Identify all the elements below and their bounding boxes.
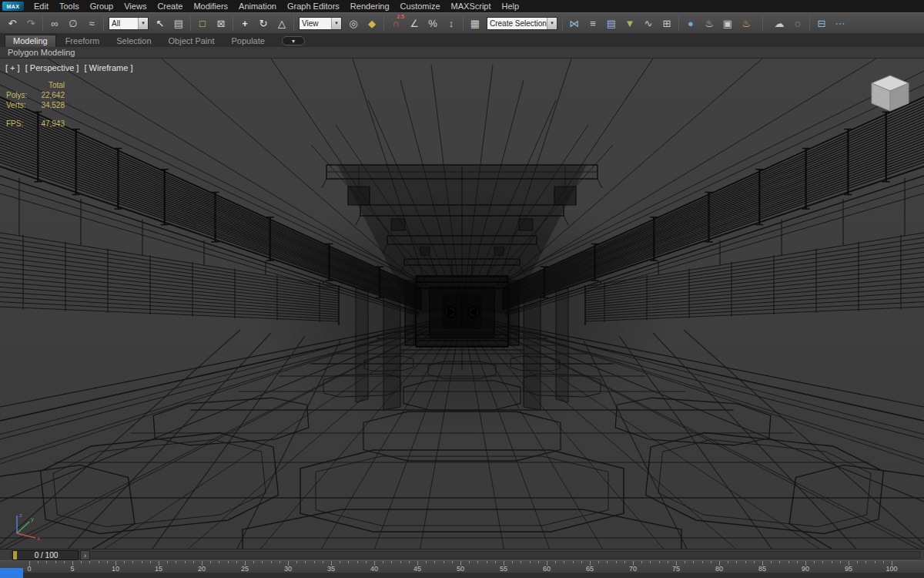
trackbar-tick <box>305 561 306 563</box>
scene-explorer-button[interactable]: ⊟ <box>813 15 830 32</box>
trackbar-tick <box>219 561 219 563</box>
bind-space-warp-button[interactable]: ≈ <box>83 15 100 32</box>
trackbar-frame-number: 5 <box>70 565 74 573</box>
menu-animation[interactable]: Animation <box>233 0 282 12</box>
trackbar-tick <box>487 561 487 563</box>
schematic-view-button[interactable]: ⊞ <box>658 15 675 32</box>
angle-snap-button[interactable]: ∠ <box>406 15 423 32</box>
menu-maxscript[interactable]: MAXScript <box>446 0 497 12</box>
layer-manager-button[interactable]: ▤ <box>603 15 620 32</box>
combo-dropdown-arrow-icon[interactable]: ▾ <box>547 18 557 29</box>
reference-coordinate-combo[interactable]: View▾ <box>299 17 342 30</box>
trackbar-tick <box>814 561 815 563</box>
graphite-ribbon-button[interactable]: ▼ <box>621 15 638 32</box>
viewport[interactable]: [ + ] [ Perspective ] [ Wireframe ] Tota… <box>0 59 924 549</box>
trackbar-tick <box>607 561 608 563</box>
menu-help[interactable]: Help <box>497 0 525 12</box>
trackbar-tick <box>64 561 65 563</box>
use-pivot-center-button[interactable]: ◎ <box>345 15 362 32</box>
render-cloud-button[interactable]: ☁ <box>771 15 788 32</box>
trackbar-tick <box>176 561 176 563</box>
polygon-modeling-panel[interactable]: Polygon Modeling <box>8 48 75 57</box>
time-slider-handle[interactable]: 0 / 100 <box>12 550 79 560</box>
max-app-button[interactable]: MAX <box>2 2 24 11</box>
menu-group[interactable]: Group <box>85 0 119 12</box>
menu-tools[interactable]: Tools <box>54 0 85 12</box>
menu-edit[interactable]: Edit <box>28 0 54 12</box>
trackbar-tick <box>573 561 574 563</box>
align-button[interactable]: ≡ <box>584 15 601 32</box>
material-editor-button[interactable]: ● <box>682 15 699 32</box>
reference-coordinate-combo-value[interactable]: View <box>300 19 331 28</box>
selection-filter-combo-value[interactable]: All <box>109 19 138 28</box>
mirror-icon: ⋈ <box>570 18 580 29</box>
rendered-frame-button[interactable]: ▣ <box>719 15 736 32</box>
stats-verts-label: Verts: <box>6 100 34 110</box>
toolbar-separator <box>383 15 384 31</box>
menu-rendering[interactable]: Rendering <box>345 0 395 12</box>
select-rotate-button[interactable]: ↻ <box>255 15 272 32</box>
edit-named-sets-icon: ▦ <box>470 18 480 29</box>
redo-icon: ↷ <box>27 18 35 29</box>
menu-graph-editors[interactable]: Graph Editors <box>282 0 345 12</box>
select-scale-button[interactable]: △ <box>273 15 290 32</box>
ribbon-tab-modeling[interactable]: Modeling <box>5 35 56 47</box>
combo-dropdown-arrow-icon[interactable]: ▾ <box>331 18 341 29</box>
render-production-button[interactable]: ♨ <box>738 15 755 32</box>
named-selection-combo-value[interactable]: Create Selection Se <box>487 19 547 28</box>
combo-dropdown-arrow-icon[interactable]: ▾ <box>138 18 148 29</box>
undo-button[interactable]: ↶ <box>4 15 21 32</box>
trackbar-frame-number: 35 <box>327 565 335 573</box>
toolbar-separator <box>233 15 233 31</box>
percent-snap-button[interactable]: % <box>424 15 441 32</box>
ribbon-tab-freeform[interactable]: Freeform <box>58 35 108 47</box>
render-setup-button[interactable]: ♨ <box>701 15 718 32</box>
curve-editor-button[interactable]: ∿ <box>640 15 657 32</box>
viewport-general-menu[interactable]: [ + ] <box>5 63 20 72</box>
trackbar-tick <box>728 561 728 563</box>
menu-views[interactable]: Views <box>119 0 152 12</box>
viewport-shading-menu[interactable]: [ Wireframe ] <box>84 63 132 72</box>
trackbar-tick <box>495 561 496 563</box>
ribbon-tab-selection[interactable]: Selection <box>109 35 159 47</box>
ribbon-tab-object-paint[interactable]: Object Paint <box>161 35 223 47</box>
select-object-button[interactable]: ↖ <box>152 15 169 32</box>
app-manager-button[interactable]: ◌ <box>789 15 806 32</box>
menu-modifiers[interactable]: Modifiers <box>188 0 233 12</box>
select-by-name-button[interactable]: ▤ <box>170 15 187 32</box>
trackbar-tick <box>538 561 539 563</box>
select-link-button[interactable]: ∞ <box>46 15 63 32</box>
toolbar-separator <box>678 15 679 31</box>
redo-button[interactable]: ↷ <box>22 15 39 32</box>
rectangular-selection-button[interactable]: □ <box>194 15 211 32</box>
viewport-pov-menu[interactable]: [ Perspective ] <box>25 63 79 72</box>
viewcube[interactable] <box>869 74 912 117</box>
edit-named-sets-button[interactable]: ▦ <box>467 15 484 32</box>
more-tools-button[interactable]: ⋯ <box>832 15 849 32</box>
unlink-selection-button[interactable]: ∅ <box>65 15 82 32</box>
trackbar-tick <box>383 561 383 563</box>
spinner-snap-button[interactable]: ↕ <box>443 15 460 32</box>
track-bar[interactable]: 0510152025303540455055606570758085909510… <box>0 560 924 573</box>
menu-create[interactable]: Create <box>152 0 188 12</box>
ribbon-minimize-button[interactable]: ▾ <box>282 36 305 45</box>
menu-customize[interactable]: Customize <box>395 0 446 12</box>
material-editor-icon: ● <box>688 18 694 29</box>
trackbar-tick <box>323 561 323 563</box>
snaps-toggle-button[interactable]: ∩2.5 <box>387 15 404 32</box>
taskbar-fragment[interactable] <box>0 568 23 578</box>
trackbar-tick <box>771 561 772 563</box>
mirror-button[interactable]: ⋈ <box>566 15 583 32</box>
time-slider-track[interactable] <box>11 551 920 559</box>
select-move-button[interactable]: + <box>236 15 253 32</box>
named-selection-combo[interactable]: Create Selection Se▾ <box>487 17 557 30</box>
main-toolbar: ↶↷∞∅≈All▾↖▤□⊠+↻△View▾◎◆∩2.5∠%↕▦Create Se… <box>0 12 924 34</box>
window-crossing-button[interactable]: ⊠ <box>213 15 229 32</box>
next-frame-button[interactable]: › <box>80 550 90 560</box>
app-manager-icon: ◌ <box>795 18 801 29</box>
trackbar-tick <box>693 561 694 563</box>
ribbon-tab-populate[interactable]: Populate <box>223 35 272 47</box>
select-manipulate-button[interactable]: ◆ <box>363 15 380 32</box>
trackbar-frame-number: 50 <box>457 565 464 573</box>
selection-filter-combo[interactable]: All▾ <box>109 17 149 30</box>
